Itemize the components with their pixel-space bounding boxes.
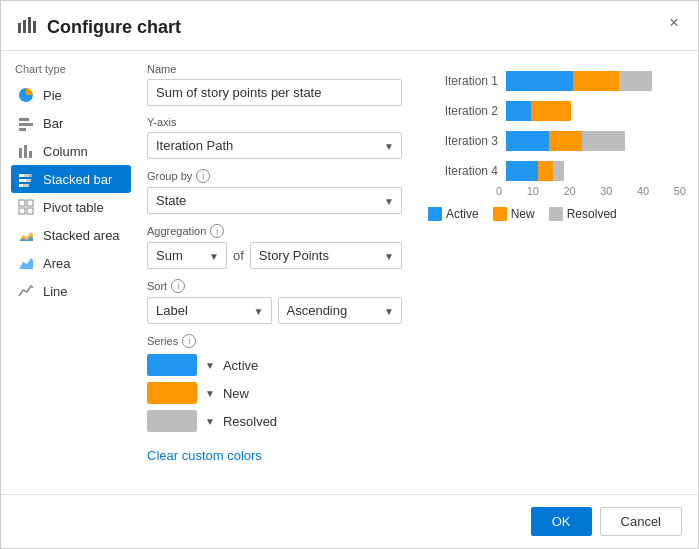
svg-rect-15: [19, 184, 23, 187]
bar-row-iteration2: Iteration 2: [428, 101, 686, 121]
groupby-info-icon[interactable]: i: [196, 169, 210, 183]
series-resolved-chevron-icon[interactable]: ▼: [205, 416, 215, 427]
aggregation-field-wrapper: Story Points ▼: [250, 242, 402, 269]
bar-new-iteration2: [531, 101, 571, 121]
name-label: Name: [147, 63, 402, 75]
bar-chart-icon: [17, 114, 35, 132]
series-new-color[interactable]: [147, 382, 197, 404]
yaxis-select-wrapper: Iteration Path ▼: [147, 132, 402, 159]
x-axis: 0 10 20 30 40 50: [496, 185, 686, 197]
series-new-label: New: [223, 386, 249, 401]
bar-new-iteration1: [573, 71, 620, 91]
chart-type-area[interactable]: Area: [11, 249, 131, 277]
sort-info-icon[interactable]: i: [171, 279, 185, 293]
stacked-bar-icon: [17, 170, 35, 188]
legend-active-label: Active: [446, 207, 479, 221]
series-active-chevron-icon[interactable]: ▼: [205, 360, 215, 371]
column-chart-icon: [17, 142, 35, 160]
x-axis-20: 20: [563, 185, 575, 197]
svg-rect-0: [18, 23, 21, 33]
groupby-label: Group by i: [147, 169, 402, 183]
series-resolved-color[interactable]: [147, 410, 197, 432]
sort-field-select[interactable]: Label: [147, 297, 272, 324]
pivot-icon: [17, 198, 35, 216]
bar-container-iteration2: [506, 101, 686, 121]
bar-container-iteration1: [506, 71, 686, 91]
bar-container-iteration4: [506, 161, 686, 181]
yaxis-label: Y-axis: [147, 116, 402, 128]
legend-new-label: New: [511, 207, 535, 221]
sort-order-wrapper: Ascending ▼: [278, 297, 403, 324]
clear-custom-colors-link[interactable]: Clear custom colors: [147, 448, 262, 463]
chart-type-bar-label: Bar: [43, 116, 63, 131]
svg-rect-4: [19, 118, 29, 121]
bar-active-iteration1: [506, 71, 573, 91]
sort-label: Sort i: [147, 279, 402, 293]
bar-new-iteration4: [538, 161, 552, 181]
chart-legend: Active New Resolved: [428, 207, 686, 221]
chart-type-pie[interactable]: Pie: [11, 81, 131, 109]
x-axis-30: 30: [600, 185, 612, 197]
bar-new-iteration3: [549, 131, 581, 151]
sort-row: Label ▼ Ascending ▼: [147, 297, 402, 324]
svg-rect-19: [19, 208, 25, 214]
bar-row-iteration4: Iteration 4: [428, 161, 686, 181]
series-info-icon[interactable]: i: [182, 334, 196, 348]
svg-rect-16: [23, 184, 29, 187]
bar-label-iteration2: Iteration 2: [428, 104, 498, 118]
series-resolved-label: Resolved: [223, 414, 277, 429]
sort-field-wrapper: Label ▼: [147, 297, 272, 324]
bar-label-iteration4: Iteration 4: [428, 164, 498, 178]
chart-type-line[interactable]: Line: [11, 277, 131, 305]
close-button[interactable]: ×: [662, 11, 686, 35]
line-icon: [17, 282, 35, 300]
sort-order-select[interactable]: Ascending: [278, 297, 403, 324]
svg-rect-3: [33, 21, 36, 33]
aggregation-field-select[interactable]: Story Points: [250, 242, 402, 269]
svg-rect-17: [19, 200, 25, 206]
aggregation-func-select[interactable]: Sum: [147, 242, 227, 269]
chart-type-stacked-bar[interactable]: Stacked bar: [11, 165, 131, 193]
chart-type-label: Chart type: [11, 63, 131, 75]
chart-type-bar[interactable]: Bar: [11, 109, 131, 137]
chart-type-pivot[interactable]: Pivot table: [11, 193, 131, 221]
groupby-select[interactable]: State: [147, 187, 402, 214]
chart-type-line-label: Line: [43, 284, 68, 299]
svg-rect-7: [19, 148, 22, 158]
aggregation-label: Aggregation i: [147, 224, 402, 238]
dialog-body: Chart type Pie B: [1, 51, 698, 486]
series-new-item: ▼ New: [147, 382, 402, 404]
yaxis-select[interactable]: Iteration Path: [147, 132, 402, 159]
x-axis-0: 0: [496, 185, 502, 197]
ok-button[interactable]: OK: [531, 507, 592, 536]
svg-rect-20: [27, 208, 33, 214]
bar-label-iteration3: Iteration 3: [428, 134, 498, 148]
chart-type-area-label: Area: [43, 256, 70, 271]
bar-chart: Iteration 1 Iteration 2: [418, 71, 686, 181]
area-icon: [17, 254, 35, 272]
bar-resolved-iteration1: [619, 71, 651, 91]
chart-type-pivot-label: Pivot table: [43, 200, 104, 215]
chart-type-column[interactable]: Column: [11, 137, 131, 165]
chart-type-stacked-area-label: Stacked area: [43, 228, 120, 243]
x-axis-10: 10: [527, 185, 539, 197]
chart-type-panel: Chart type Pie B: [1, 63, 131, 486]
bar-container-iteration3: [506, 131, 686, 151]
chart-type-stacked-area[interactable]: Stacked area: [11, 221, 131, 249]
chart-type-pie-label: Pie: [43, 88, 62, 103]
series-new-chevron-icon[interactable]: ▼: [205, 388, 215, 399]
svg-rect-1: [23, 20, 26, 33]
series-active-label: Active: [223, 358, 258, 373]
stacked-area-icon: [17, 226, 35, 244]
series-active-color[interactable]: [147, 354, 197, 376]
svg-rect-11: [24, 174, 29, 177]
svg-rect-12: [29, 174, 32, 177]
bar-row-iteration1: Iteration 1: [428, 71, 686, 91]
name-input[interactable]: [147, 79, 402, 106]
aggregation-func-wrapper: Sum ▼: [147, 242, 227, 269]
aggregation-info-icon[interactable]: i: [210, 224, 224, 238]
bar-active-iteration3: [506, 131, 549, 151]
cancel-button[interactable]: Cancel: [600, 507, 682, 536]
legend-new: New: [493, 207, 535, 221]
svg-rect-10: [19, 174, 24, 177]
